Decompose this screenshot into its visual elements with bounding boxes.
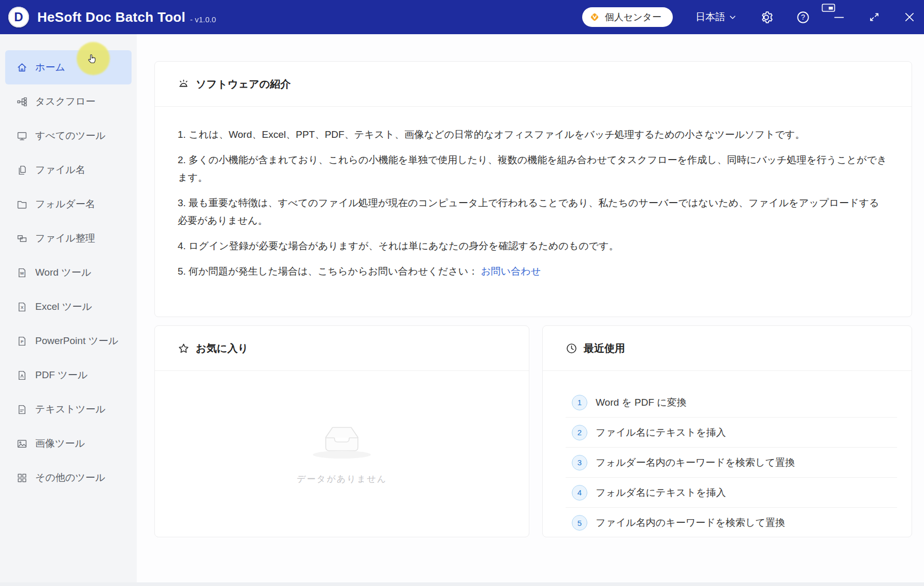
number-badge: 4	[572, 485, 587, 501]
personal-center-button[interactable]: 個人センター	[582, 7, 673, 27]
favorites-card-title: お気に入り	[196, 341, 248, 355]
click-highlight	[77, 42, 110, 75]
chevron-down-icon	[729, 13, 737, 21]
sidebar-item-label: タスクフロー	[35, 95, 95, 108]
sidebar-item-powerpoint-tools[interactable]: P PowerPoint ツール	[0, 324, 137, 358]
sidebar-item-file-organize[interactable]: ファイル整理	[0, 221, 137, 255]
sidebar-item-all-tools[interactable]: すべてのツール	[0, 119, 137, 153]
intro-line-2: 2. 多くの小機能が含まれており、これらの小機能を単独で使用したり、複数の機能を…	[178, 151, 889, 187]
sidebar-item-label: ファイル整理	[35, 232, 95, 245]
recent-item-2[interactable]: 2 ファイル名にテキストを挿入	[566, 418, 897, 448]
ppt-doc-icon: P	[17, 336, 27, 347]
close-button[interactable]	[903, 11, 916, 23]
personal-center-label: 個人センター	[605, 11, 661, 23]
image-icon	[17, 438, 27, 449]
flow-icon	[17, 96, 27, 107]
maximize-button[interactable]	[868, 11, 880, 23]
folder-icon	[17, 199, 27, 210]
clock-icon	[566, 342, 578, 354]
sidebar-item-label: すべてのツール	[35, 129, 106, 142]
empty-state-text: データがありません	[297, 473, 387, 485]
app-logo-icon: D	[8, 7, 29, 27]
sidebar-item-taskflow[interactable]: タスクフロー	[0, 84, 137, 119]
sidebar-item-image-tools[interactable]: 画像ツール	[0, 426, 137, 461]
sidebar-item-label: ホーム	[35, 61, 65, 74]
intro-line-4: 4. ログイン登録が必要な場合がありますが、それは単にあなたの身分を確認するため…	[178, 237, 889, 255]
text-doc-icon	[17, 404, 27, 415]
intro-card-header: ソフトウェアの紹介	[155, 62, 912, 107]
grid-icon	[17, 473, 27, 483]
pdf-doc-icon	[17, 370, 27, 381]
language-label: 日本語	[696, 10, 725, 24]
svg-text:P: P	[21, 339, 23, 344]
sidebar-item-text-tools[interactable]: テキストツール	[0, 392, 137, 426]
intro-line-5-text: 5. 何か問題が発生した場合は、こちらからお問い合わせください：	[178, 266, 478, 277]
sidebar-item-label: ファイル名	[35, 163, 85, 177]
sidebar-item-label: Excel ツール	[35, 300, 92, 313]
sidebar-item-word-tools[interactable]: W Word ツール	[0, 255, 137, 290]
window-bottom-edge	[0, 582, 924, 586]
svg-text:W: W	[20, 271, 24, 276]
number-badge: 5	[572, 515, 587, 531]
vip-badge-icon	[589, 11, 600, 23]
svg-text:X: X	[21, 305, 24, 310]
intro-line-5: 5. 何か問題が発生した場合は、こちらからお問い合わせください： お問い合わせ	[178, 263, 889, 280]
intro-card-body: 1. これは、Word、Excel、PPT、PDF、テキスト、画像などの日常的な…	[155, 107, 912, 280]
contact-link[interactable]: お問い合わせ	[481, 266, 541, 277]
recent-item-1[interactable]: 1 Word を PDF に変換	[566, 388, 897, 418]
recently-used-card: 最近使用 1 Word を PDF に変換 2 ファイル名にテキストを挿入 3 …	[542, 325, 912, 537]
sidebar-item-label: PowerPoint ツール	[35, 334, 118, 348]
empty-icon-shadow	[313, 451, 371, 459]
beacon-icon	[178, 78, 190, 90]
home-icon	[17, 62, 27, 73]
settings-gear-icon[interactable]	[759, 10, 773, 24]
language-selector[interactable]: 日本語	[696, 10, 737, 24]
sidebar-item-label: Word ツール	[35, 266, 91, 279]
sidebar-item-label: 画像ツール	[35, 437, 85, 450]
hand-cursor-icon	[86, 53, 97, 64]
sidebar-item-excel-tools[interactable]: X Excel ツール	[0, 290, 137, 324]
monitor-icon	[17, 131, 27, 141]
app-title: HeSoft Doc Batch Tool	[37, 9, 185, 25]
word-doc-icon: W	[17, 267, 27, 278]
excel-doc-icon: X	[17, 302, 27, 312]
recent-item-label: ファイル名にテキストを挿入	[596, 426, 726, 439]
recent-item-3[interactable]: 3 フォルダー名内のキーワードを検索して置換	[566, 448, 897, 478]
recent-card-title: 最近使用	[584, 341, 625, 355]
intro-line-3: 3. 最も重要な特徴は、すべてのファイル処理が現在のコンピュータ上で行われること…	[178, 194, 889, 230]
intro-line-1: 1. これは、Word、Excel、PPT、PDF、テキスト、画像などの日常的な…	[178, 126, 889, 144]
titlebar: D HeSoft Doc Batch Tool - v1.0.0 個人センター …	[0, 0, 924, 34]
help-icon[interactable]: ?	[796, 10, 810, 24]
recent-item-4[interactable]: 4 フォルダ名にテキストを挿入	[566, 478, 897, 508]
star-icon	[178, 342, 190, 354]
sidebar-item-label: その他のツール	[35, 471, 105, 484]
layout-icon	[17, 233, 27, 244]
sidebar-item-other-tools[interactable]: その他のツール	[0, 461, 137, 495]
recent-list: 1 Word を PDF に変換 2 ファイル名にテキストを挿入 3 フォルダー…	[543, 371, 912, 538]
sidebar-item-file-name[interactable]: ファイル名	[0, 153, 137, 187]
favorites-empty-state: データがありません	[155, 371, 529, 537]
recent-item-label: Word を PDF に変換	[596, 396, 687, 409]
floating-window-icon	[821, 3, 837, 16]
recent-item-label: フォルダー名内のキーワードを検索して置換	[596, 456, 795, 469]
app-version: - v1.0.0	[190, 15, 216, 24]
number-badge: 3	[572, 455, 587, 470]
number-badge: 2	[572, 425, 587, 440]
recent-item-5[interactable]: 5 ファイル名内のキーワードを検索して置換	[566, 508, 897, 538]
sidebar: ホーム タスクフロー すべてのツール ファイル名 フォルダー名	[0, 34, 137, 586]
favorites-card: お気に入り データがありません	[154, 325, 529, 537]
number-badge: 1	[572, 395, 587, 410]
recent-item-label: ファイル名内のキーワードを検索して置換	[596, 516, 785, 530]
sidebar-item-label: テキストツール	[35, 403, 106, 416]
software-intro-card: ソフトウェアの紹介 1. これは、Word、Excel、PPT、PDF、テキスト…	[154, 61, 912, 317]
file-copy-icon	[17, 165, 27, 176]
sidebar-item-label: PDF ツール	[35, 368, 88, 382]
recent-item-label: フォルダ名にテキストを挿入	[596, 486, 726, 499]
sidebar-item-label: フォルダー名	[35, 197, 95, 211]
sidebar-item-home[interactable]: ホーム	[5, 50, 132, 84]
main-content: ソフトウェアの紹介 1. これは、Word、Excel、PPT、PDF、テキスト…	[137, 34, 924, 586]
sidebar-item-folder-name[interactable]: フォルダー名	[0, 187, 137, 221]
sidebar-item-pdf-tools[interactable]: PDF ツール	[0, 358, 137, 392]
favorites-card-header: お気に入り	[155, 326, 529, 371]
recent-card-header: 最近使用	[543, 326, 912, 371]
